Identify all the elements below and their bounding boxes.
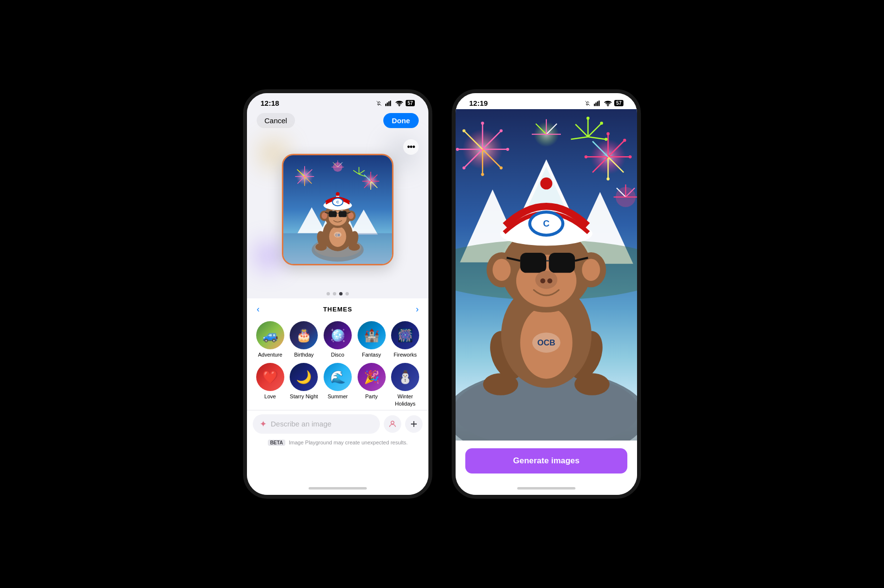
svg-rect-0	[385, 103, 386, 106]
left-phone: 12:18 57 Cancel Done	[243, 89, 432, 499]
theme-label-fantasy: Fantasy	[362, 351, 381, 358]
monkey-scene-small: C CB	[283, 155, 392, 264]
svg-point-128	[600, 122, 603, 125]
theme-circle-party: 🎉	[358, 363, 386, 391]
theme-item-disco[interactable]: 🪩 Disco	[322, 321, 353, 358]
svg-text:OCB: OCB	[538, 338, 556, 347]
svg-rect-72	[594, 103, 595, 106]
svg-point-151	[492, 259, 510, 281]
theme-label-summer: Summer	[327, 393, 348, 400]
theme-circle-birthday: 🎂	[290, 321, 318, 349]
svg-text:C: C	[543, 218, 549, 229]
svg-rect-56	[328, 211, 337, 217]
svg-point-100	[456, 148, 459, 151]
beta-bar: BETA Image Playground may create unexpec…	[247, 438, 428, 449]
theme-item-adventure[interactable]: 🚙 Adventure	[255, 321, 286, 358]
themes-prev-button[interactable]: ‹	[257, 304, 260, 314]
large-monkey-scene: C OCB	[456, 109, 637, 441]
svg-point-129	[605, 138, 607, 141]
theme-circle-disco: 🪩	[324, 321, 352, 349]
svg-point-98	[481, 173, 484, 176]
themes-next-button[interactable]: ›	[416, 304, 419, 314]
wifi-icon-right	[604, 100, 612, 106]
theme-label-adventure: Adventure	[258, 351, 282, 358]
theme-circle-love: ❤️	[256, 363, 284, 391]
time-right: 12:19	[469, 99, 488, 107]
signal-icon-right	[594, 100, 602, 106]
theme-item-fantasy[interactable]: 🏰 Fantasy	[356, 321, 387, 358]
full-image-area: C OCB	[456, 109, 637, 441]
svg-point-101	[462, 129, 465, 132]
theme-label-fireworks: Fireworks	[393, 351, 417, 358]
done-button[interactable]: Done	[383, 113, 419, 128]
generate-btn-area: Generate images	[456, 441, 637, 481]
plus-icon	[409, 420, 418, 428]
svg-point-76	[607, 105, 608, 106]
dot-4[interactable]	[345, 292, 349, 295]
theme-circle-winter: ⛄	[391, 363, 419, 391]
svg-point-161	[547, 278, 552, 283]
dot-2[interactable]	[333, 292, 336, 295]
theme-item-party[interactable]: 🎉 Party	[356, 363, 387, 407]
generate-images-button[interactable]: Generate images	[465, 448, 627, 474]
svg-point-97	[500, 166, 503, 169]
theme-grid: 🚙 Adventure 🎂 Birthday 🪩 Disco 🏰 Fantasy…	[247, 318, 428, 410]
theme-label-winter: Winter Holidays	[390, 393, 421, 407]
svg-point-51	[322, 212, 327, 219]
theme-item-summer[interactable]: 🌊 Summer	[322, 363, 353, 407]
svg-rect-3	[390, 100, 391, 106]
theme-circle-fantasy: 🏰	[358, 321, 386, 349]
svg-rect-2	[388, 101, 389, 106]
signal-icon	[385, 100, 393, 106]
theme-label-party: Party	[365, 393, 378, 400]
svg-point-160	[540, 278, 545, 283]
themes-title: THEMES	[323, 306, 352, 313]
svg-point-111	[606, 132, 609, 135]
svg-rect-73	[595, 102, 596, 106]
svg-rect-74	[597, 101, 598, 106]
svg-rect-1	[387, 102, 388, 106]
theme-circle-fireworks: 🎆	[391, 321, 419, 349]
add-button[interactable]	[405, 415, 423, 433]
svg-point-152	[582, 259, 600, 281]
svg-rect-154	[520, 253, 546, 273]
theme-item-starry[interactable]: 🌙 Starry Night	[289, 363, 320, 407]
svg-point-94	[481, 122, 484, 125]
person-button[interactable]	[384, 415, 401, 433]
theme-label-birthday: Birthday	[294, 351, 313, 358]
home-indicator-right	[456, 481, 637, 495]
svg-point-4	[399, 105, 400, 106]
svg-point-143	[483, 373, 518, 395]
theme-circle-summer: 🌊	[324, 363, 352, 391]
svg-text:CB: CB	[335, 233, 340, 237]
right-phone: 12:19 57	[452, 89, 641, 499]
svg-point-46	[348, 243, 360, 251]
svg-point-96	[506, 148, 509, 151]
image-preview-area: •••	[247, 132, 428, 287]
status-icons-right: 57	[584, 100, 623, 106]
top-nav: Cancel Done	[247, 109, 428, 132]
input-placeholder: Describe an image	[271, 420, 373, 428]
dot-1[interactable]	[327, 292, 330, 295]
cancel-button[interactable]: Cancel	[257, 113, 295, 128]
status-icons-left: 57	[375, 100, 415, 106]
themes-section: ‹ THEMES › 🚙 Adventure 🎂 Birthday 🪩 Disc…	[247, 298, 428, 481]
battery-right: 57	[614, 100, 623, 106]
home-bar-right	[517, 487, 575, 490]
input-field-wrap[interactable]: ✦ Describe an image	[253, 414, 380, 434]
beta-text: Image Playground may create unexpected r…	[289, 440, 408, 445]
svg-point-112	[623, 139, 626, 142]
svg-point-159	[535, 271, 557, 289]
person-icon	[388, 420, 397, 428]
dot-3[interactable]	[339, 292, 343, 295]
svg-rect-57	[339, 211, 347, 217]
svg-point-99	[462, 166, 465, 169]
svg-point-127	[587, 117, 589, 120]
playground-icon: ✦	[260, 419, 267, 429]
more-button[interactable]: •••	[403, 139, 419, 155]
orb-purple	[257, 244, 281, 268]
theme-item-birthday[interactable]: 🎂 Birthday	[289, 321, 320, 358]
theme-item-fireworks[interactable]: 🎆 Fireworks	[390, 321, 421, 358]
theme-item-winter[interactable]: ⛄ Winter Holidays	[390, 363, 421, 407]
theme-item-love[interactable]: ❤️ Love	[255, 363, 286, 407]
